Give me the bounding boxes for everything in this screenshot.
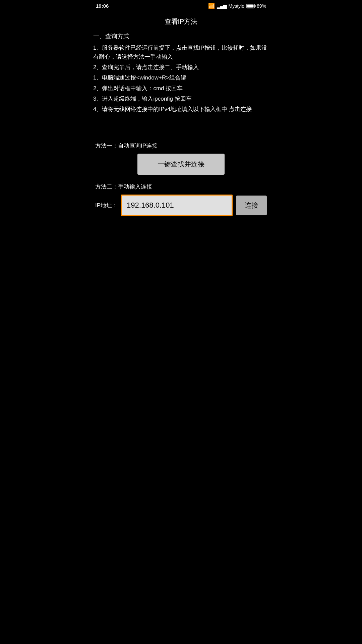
battery-icon: 89% bbox=[246, 3, 266, 9]
svg-rect-1 bbox=[247, 4, 253, 7]
status-time: 19:06 bbox=[96, 3, 109, 9]
ip-input[interactable] bbox=[121, 195, 233, 216]
instruction-line-3: 1、电脑端通过按<window+R>组合键 bbox=[93, 73, 269, 82]
instruction-line-5: 3、进入超级终端，输入ipconfig 按回车 bbox=[93, 94, 269, 103]
auto-connect-button[interactable]: 一键查找并连接 bbox=[137, 154, 225, 175]
method-two-label: 方法二：手动输入连接 bbox=[95, 183, 267, 191]
method-one-section: 方法一：自动查询IP连接 一键查找并连接 bbox=[90, 142, 272, 175]
instruction-line-4: 2、弹出对话框中输入：cmd 按回车 bbox=[93, 84, 269, 93]
instructions-block: 一、查询方式 1、服务器软件已经运行前提下，点击查找IP按钮，比较耗时，如果没有… bbox=[90, 32, 272, 122]
battery-percent: 89% bbox=[257, 3, 266, 9]
instruction-line-1: 1、服务器软件已经运行前提下，点击查找IP按钮，比较耗时，如果没有耐心，请选择方… bbox=[93, 43, 269, 61]
carrier-label: Mystyle bbox=[229, 3, 244, 9]
svg-rect-2 bbox=[255, 5, 256, 7]
connect-button[interactable]: 连接 bbox=[236, 196, 267, 215]
signal-icon: ▂▄▆ bbox=[217, 3, 227, 9]
section-header: 一、查询方式 bbox=[93, 32, 269, 41]
wifi-icon: 📶 bbox=[208, 3, 215, 9]
instruction-line-2: 2、查询完毕后，请点击连接二、手动输入 bbox=[93, 63, 269, 72]
page-title: 查看IP方法 bbox=[90, 12, 272, 30]
ip-row: IP地址： 连接 bbox=[95, 195, 267, 216]
instruction-line-6: 4、请将无线网络连接中的IPv4地址填入以下输入框中 点击连接 bbox=[93, 105, 269, 114]
ip-label: IP地址： bbox=[95, 202, 118, 209]
method-one-label: 方法一：自动查询IP连接 bbox=[95, 142, 267, 150]
status-bar: 19:06 📶 ▂▄▆ Mystyle 89% bbox=[90, 0, 272, 12]
spacer bbox=[90, 122, 272, 142]
method-two-section: 方法二：手动输入连接 IP地址： 连接 bbox=[90, 183, 272, 216]
status-right: 📶 ▂▄▆ Mystyle 89% bbox=[208, 3, 266, 9]
